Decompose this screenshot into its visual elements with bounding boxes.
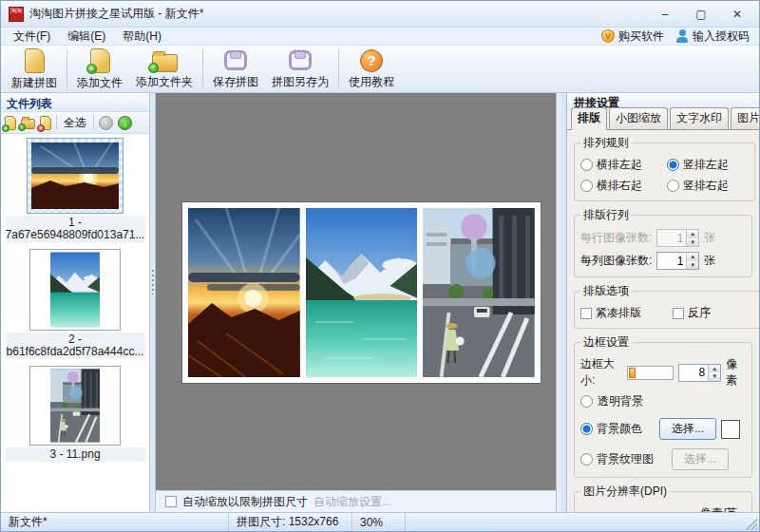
new-collage-button[interactable]: 新建拼图 [5, 46, 64, 92]
enter-license-button[interactable]: 输入授权码 [670, 28, 755, 45]
radio-icon [580, 180, 593, 192]
status-collage-size: 拼图尺寸: 1532x766 [229, 513, 352, 531]
spin-up-icon: ▲ [687, 230, 698, 238]
rowcol-group: 排版行列 每行图像张数: ▲▼ 张 每列图像张数: ▲▼ [574, 207, 752, 277]
thumbnail-selected[interactable] [27, 138, 124, 214]
enter-license-label: 输入授权码 [693, 28, 750, 45]
compact-layout-checkbox[interactable]: 紧凑排版 [580, 305, 668, 321]
file-list-toolbar: + ↑ ✕ 全选 ↑ ↓ [1, 112, 149, 134]
add-folder-icon: ↑ [152, 54, 178, 72]
dpi-group: 图片分辨率(DPI) 水平分辨率: ▲▼ 像素/英寸 垂直分辨率: [574, 484, 752, 512]
border-settings-group: 边框设置 边框大小: ▲▼ 像素 透明背景 [574, 334, 752, 478]
window-title: 淘淘图片拼接之星试用版 - 新文件* [29, 6, 203, 22]
collage-image-lake [306, 208, 418, 377]
tab-image-watermark[interactable]: 图片水印 [731, 107, 759, 129]
right-splitter[interactable] [556, 93, 567, 512]
group-title: 排列规则 [580, 135, 632, 151]
add-files-button[interactable]: + 添加文件 [70, 46, 129, 92]
border-size-slider[interactable] [627, 366, 674, 380]
choose-texture-button[interactable]: 选择... [672, 448, 729, 470]
thumbnail[interactable] [29, 366, 121, 446]
radio-vertical-left[interactable]: 竖排左起 [667, 157, 749, 173]
remove-file-icon[interactable]: ✕ [40, 116, 51, 130]
buy-software-button[interactable]: V 购买软件 [596, 28, 670, 45]
autoscale-settings-link[interactable]: 自动缩放设置... [314, 494, 391, 510]
tab-image-scale[interactable]: 小图缩放 [609, 107, 668, 129]
menubar: 文件(F) 编辑(E) 帮助(H) V 购买软件 输入授权码 [1, 28, 759, 46]
add-file-icon[interactable]: + [5, 116, 16, 130]
radio-horizontal-right[interactable]: 横排右起 [580, 178, 662, 194]
user-icon [675, 29, 689, 43]
resize-grip[interactable] [746, 519, 757, 530]
maximize-button[interactable]: ▢ [687, 5, 715, 24]
color-swatch[interactable] [721, 420, 740, 439]
autoscale-checkbox[interactable] [165, 496, 177, 507]
list-item[interactable]: 3 - 11.png [1, 366, 149, 462]
radio-transparent-bg[interactable]: 透明背景 [580, 393, 746, 409]
radio-icon [580, 395, 593, 408]
toolbar: 新建拼图 + 添加文件 ↑ 添加文件夹 保存拼图 拼图另存为 ? 使用教程 [1, 46, 759, 93]
border-size-stepper[interactable]: ▲▼ [678, 364, 721, 382]
help-icon: ? [360, 49, 383, 72]
thumbnail-caption: 3 - 11.png [6, 447, 145, 462]
spin-up-icon: ▲ [709, 365, 720, 373]
sunset-thumbnail [31, 142, 119, 209]
save-icon [224, 50, 247, 70]
thumbnail[interactable] [29, 249, 121, 331]
settings-panel: 拼接设置 排版 小图缩放 文字水印 图片水印 排列规则 横排左起 [567, 93, 759, 512]
file-list: 1 - 7a67e56948809fd013a71... [1, 134, 149, 512]
collage-image-sunset [188, 208, 300, 377]
radio-vertical-right[interactable]: 竖排右起 [667, 178, 749, 194]
app-icon: 淘淘 [9, 7, 24, 22]
collage-preview[interactable] [182, 202, 541, 383]
thumbnail-caption: 2 - b61f6c8fda2d5f78a444cc... [6, 332, 145, 359]
file-list-title: 文件列表 [1, 93, 149, 112]
radio-icon [580, 159, 593, 171]
move-down-button[interactable]: ↓ [118, 116, 132, 130]
tab-layout[interactable]: 排版 [571, 107, 607, 130]
save-as-icon [289, 50, 312, 70]
radio-bg-color[interactable]: 背景颜色 [580, 421, 655, 437]
autoscale-label: 自动缩放以限制拼图尺寸 [182, 494, 308, 510]
add-file-icon: + [90, 48, 110, 73]
list-item[interactable]: 2 - b61f6c8fda2d5f78a444cc... [1, 249, 149, 359]
new-page-icon [25, 48, 45, 73]
images-per-col-stepper[interactable]: ▲▼ [656, 252, 699, 270]
move-up-button[interactable]: ↑ [99, 116, 113, 130]
preview-canvas[interactable] [156, 93, 556, 490]
splitter-handle-icon [152, 270, 154, 294]
add-folder-button[interactable]: ↑ 添加文件夹 [129, 46, 200, 92]
spin-down-icon: ▼ [687, 238, 698, 247]
toolbar-separator [338, 49, 339, 88]
buy-badge-icon: V [601, 29, 615, 43]
preview-area: 自动缩放以限制拼图尺寸 自动缩放设置... [156, 93, 556, 512]
list-item[interactable]: 1 - 7a67e56948809fd013a71... [1, 138, 149, 242]
minimize-button[interactable]: – [651, 5, 679, 24]
reverse-order-checkbox[interactable]: 反序 [673, 305, 754, 321]
collage-image-street [423, 208, 535, 377]
spin-down-icon: ▼ [687, 261, 698, 270]
border-size-slider-handle[interactable] [629, 368, 636, 378]
tab-text-watermark[interactable]: 文字水印 [670, 107, 729, 129]
menu-help[interactable]: 帮助(H) [114, 28, 170, 46]
save-collage-button[interactable]: 保存拼图 [206, 46, 265, 92]
add-folder-icon[interactable]: ↑ [21, 119, 35, 129]
radio-bg-texture[interactable]: 背景纹理图 [580, 451, 667, 467]
select-all-button[interactable]: 全选 [62, 115, 88, 131]
status-bar: 新文件* 拼图尺寸: 1532x766 30% [1, 512, 759, 531]
radio-horizontal-left[interactable]: 横排左起 [580, 157, 662, 173]
toolbar-separator [202, 49, 203, 88]
menu-edit[interactable]: 编辑(E) [59, 28, 114, 46]
close-button[interactable]: ✕ [723, 5, 751, 24]
choose-color-button[interactable]: 选择... [659, 418, 716, 440]
images-per-col-label: 每列图像张数: [580, 253, 652, 269]
checkbox-icon [580, 308, 592, 319]
menu-file[interactable]: 文件(F) [5, 28, 59, 46]
toolbar-separator [66, 49, 67, 88]
tutorial-button[interactable]: ? 使用教程 [342, 46, 401, 92]
group-title: 边框设置 [580, 334, 632, 351]
border-size-label: 边框大小: [580, 356, 622, 389]
save-as-button[interactable]: 拼图另存为 [265, 46, 335, 92]
autoscale-row: 自动缩放以限制拼图尺寸 自动缩放设置... [156, 490, 556, 512]
images-per-row-stepper[interactable]: ▲▼ [656, 229, 699, 247]
